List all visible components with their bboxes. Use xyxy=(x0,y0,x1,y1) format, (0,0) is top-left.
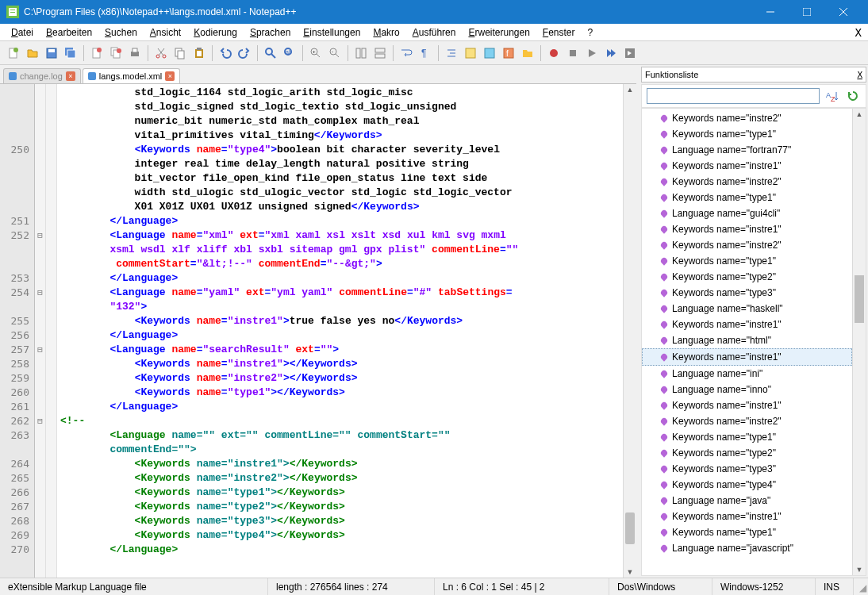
save-macro-button[interactable] xyxy=(621,44,639,62)
tree-item[interactable]: Language name="inno" xyxy=(642,382,852,397)
menu-kodierung[interactable]: Kodierung xyxy=(187,25,244,40)
copy-button[interactable] xyxy=(171,44,189,62)
tree-item[interactable]: Keywords name="instre1" xyxy=(642,348,852,366)
panel-close-icon[interactable]: X xyxy=(857,70,862,80)
tree-scrollbar[interactable]: ▲ ▼ xyxy=(852,109,866,575)
play-macro-button[interactable] xyxy=(583,44,601,62)
redo-button[interactable] xyxy=(236,44,253,62)
tree-item[interactable]: Language name="javascript" xyxy=(642,540,852,556)
user-lang-button[interactable] xyxy=(462,44,479,62)
scroll-thumb[interactable] xyxy=(855,275,864,323)
refresh-button[interactable] xyxy=(845,88,861,104)
menu-?[interactable]: ? xyxy=(582,25,600,40)
menu-makro[interactable]: Makro xyxy=(367,25,405,40)
menu-bearbeiten[interactable]: Bearbeiten xyxy=(40,25,98,40)
folder-workspace-button[interactable] xyxy=(519,44,536,62)
tree-item[interactable]: Keywords name="instre2" xyxy=(642,237,852,253)
close-all-button[interactable] xyxy=(107,44,125,62)
tab-change-log[interactable]: change.log × xyxy=(3,68,81,83)
save-all-button[interactable] xyxy=(62,44,79,62)
tree-item[interactable]: Keywords name="instre2" xyxy=(642,174,852,190)
replace-button[interactable]: ab xyxy=(281,44,298,62)
scroll-up-icon[interactable]: ▲ xyxy=(853,109,866,120)
close-icon[interactable]: × xyxy=(66,71,75,81)
menu-einstellungen[interactable]: Einstellungen xyxy=(297,25,367,40)
tree-item[interactable]: Keywords name="instre2" xyxy=(642,413,852,429)
svg-rect-42 xyxy=(375,48,385,52)
tree-item[interactable]: Keywords name="type4" xyxy=(642,477,852,493)
tree-item[interactable]: Keywords name="type1" xyxy=(642,190,852,205)
tree-item[interactable]: Keywords name="type1" xyxy=(642,524,852,540)
tree-item[interactable]: Language name="haskell" xyxy=(642,301,852,317)
tree-item[interactable]: Keywords name="instre1" xyxy=(642,221,852,237)
function-tree[interactable]: Keywords name="instre2"Keywords name="ty… xyxy=(642,109,852,575)
record-macro-button[interactable] xyxy=(545,44,563,62)
tab-langs-model[interactable]: langs.model.xml × xyxy=(83,68,180,83)
find-button[interactable] xyxy=(262,44,279,62)
fold-gutter[interactable]: ⊟ ⊟ ⊟ ⊟ xyxy=(35,84,46,578)
menu-sprachen[interactable]: Sprachen xyxy=(244,25,297,40)
print-button[interactable] xyxy=(126,44,144,62)
tree-item[interactable]: Keywords name="instre1" xyxy=(642,397,852,413)
new-file-button[interactable] xyxy=(5,44,22,62)
tree-item[interactable]: Language name="gui4cli" xyxy=(642,205,852,221)
sync-hscroll-button[interactable] xyxy=(371,44,389,62)
mdi-close-icon[interactable]: X xyxy=(855,26,862,39)
tree-item[interactable]: Language name="fortran77" xyxy=(642,142,852,158)
maximize-button[interactable] xyxy=(789,0,825,24)
tree-item[interactable]: Keywords name="instre1" xyxy=(642,509,852,524)
zoom-in-button[interactable]: + xyxy=(307,44,325,62)
menu-ansicht[interactable]: Ansicht xyxy=(144,25,187,40)
close-button[interactable] xyxy=(825,0,862,24)
tree-item[interactable]: Keywords name="type1" xyxy=(642,126,852,142)
zoom-out-button[interactable]: - xyxy=(326,44,344,62)
scroll-down-icon[interactable]: ▼ xyxy=(624,566,636,578)
open-file-button[interactable] xyxy=(24,44,41,62)
menu-erweiterungen[interactable]: Erweiterungen xyxy=(462,25,536,40)
doc-map-button[interactable] xyxy=(481,44,498,62)
code-editor[interactable]: std_logic_1164 std_logic_arith std_logic… xyxy=(57,84,623,578)
tree-item[interactable]: Language name="java" xyxy=(642,493,852,509)
cut-button[interactable] xyxy=(152,44,170,62)
tree-item[interactable]: Keywords name="instre1" xyxy=(642,317,852,332)
menu-datei[interactable]: Datei xyxy=(5,25,40,40)
status-eol[interactable]: Dos\Windows xyxy=(609,578,712,595)
resize-grip[interactable]: ◢ xyxy=(854,578,868,595)
close-file-button[interactable] xyxy=(88,44,106,62)
show-all-chars-button[interactable]: ¶ xyxy=(417,44,434,62)
tree-item[interactable]: Keywords name="instre1" xyxy=(642,158,852,174)
tree-item[interactable]: Keywords name="type3" xyxy=(642,285,852,301)
menu-fenster[interactable]: Fenster xyxy=(536,25,582,40)
sort-button[interactable]: AZ xyxy=(824,88,840,104)
tree-item[interactable]: Keywords name="type2" xyxy=(642,445,852,461)
tree-item[interactable]: Keywords name="type1" xyxy=(642,429,852,445)
function-list-button[interactable]: f xyxy=(500,44,517,62)
save-button[interactable] xyxy=(43,44,60,62)
panel-title: Funktionsliste X xyxy=(641,67,866,83)
scroll-up-icon[interactable]: ▲ xyxy=(624,84,636,95)
paste-button[interactable] xyxy=(190,44,208,62)
play-multi-button[interactable] xyxy=(602,44,620,62)
menu-suchen[interactable]: Suchen xyxy=(98,25,144,40)
vertical-scrollbar[interactable]: ▲ ▼ xyxy=(623,84,636,578)
status-mode[interactable]: INS xyxy=(816,578,854,595)
tree-item[interactable]: Keywords name="type3" xyxy=(642,461,852,477)
tree-item[interactable]: Language name="ini" xyxy=(642,366,852,382)
stop-macro-button[interactable] xyxy=(564,44,582,62)
sync-vscroll-button[interactable] xyxy=(352,44,370,62)
minimize-button[interactable] xyxy=(752,0,789,24)
tree-item[interactable]: Language name="html" xyxy=(642,332,852,348)
undo-button[interactable] xyxy=(217,44,234,62)
tree-item[interactable]: Keywords name="instre2" xyxy=(642,110,852,126)
scroll-down-icon[interactable]: ▼ xyxy=(853,564,866,575)
menu-ausführen[interactable]: Ausführen xyxy=(406,25,463,40)
indent-guide-button[interactable] xyxy=(443,44,460,62)
menubar: DateiBearbeitenSuchenAnsichtKodierungSpr… xyxy=(0,24,868,41)
function-search-input[interactable] xyxy=(647,88,820,104)
tree-item[interactable]: Keywords name="type1" xyxy=(642,253,852,269)
status-encoding[interactable]: Windows-1252 xyxy=(712,578,816,595)
tree-item[interactable]: Keywords name="type2" xyxy=(642,269,852,285)
close-icon[interactable]: × xyxy=(165,71,175,81)
scroll-thumb[interactable] xyxy=(625,512,635,544)
wordwrap-button[interactable] xyxy=(398,44,415,62)
